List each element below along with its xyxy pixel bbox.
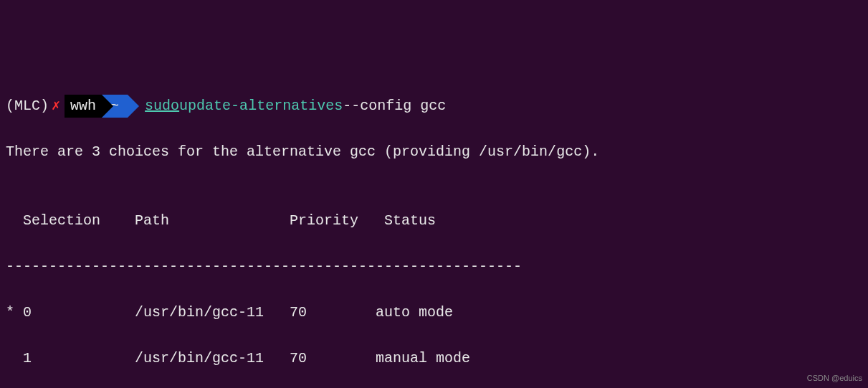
output-summary: There are 3 choices for the alternative … (6, 141, 862, 164)
table-header: Selection Path Priority Status (6, 209, 862, 232)
watermark: CSDN @eduics (807, 372, 862, 385)
prompt-line-1[interactable]: (MLC) ✗ wwh ~ sudo update-alternatives -… (6, 95, 862, 118)
table-divider: ----------------------------------------… (6, 255, 862, 278)
prompt-user-segment: wwh (65, 95, 102, 118)
user-label: wwh (70, 95, 96, 118)
table-row: * 0 /usr/bin/gcc-11 70 auto mode (6, 301, 862, 324)
env-label: (MLC) (6, 95, 49, 118)
table-row: 1 /usr/bin/gcc-11 70 manual mode (6, 347, 862, 370)
cmd-name: update-alternatives (179, 95, 343, 118)
error-status-icon: ✗ (52, 95, 60, 118)
cmd-args: --config gcc (343, 95, 446, 118)
cmd-sudo: sudo (145, 95, 179, 118)
